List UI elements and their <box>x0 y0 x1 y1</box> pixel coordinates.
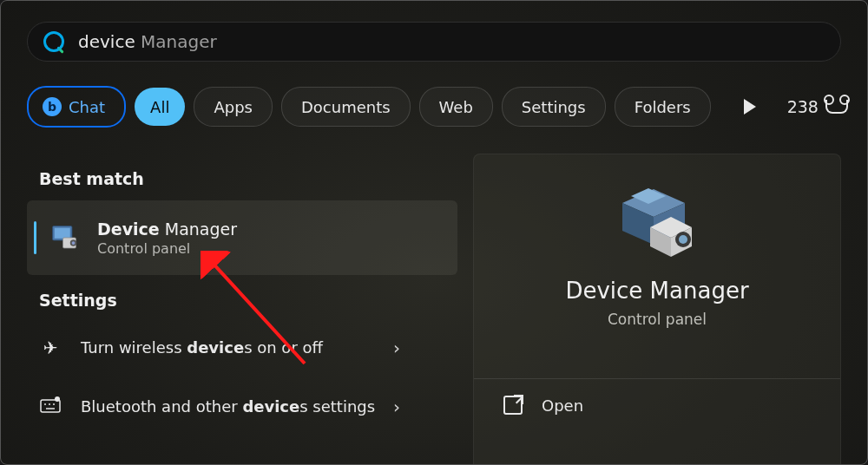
chevron-right-icon: › <box>393 396 400 417</box>
selection-accent <box>34 221 36 254</box>
search-bar[interactable]: device Manager <box>27 22 841 62</box>
result-subtitle: Control panel <box>97 240 237 257</box>
results-column: Best match Device Manager Control panel … <box>27 154 457 433</box>
filter-all[interactable]: All <box>135 88 185 126</box>
search-typed-text: device <box>78 31 135 52</box>
rewards-points: 238 <box>787 97 819 116</box>
setting-item-wireless[interactable]: ✈︎ Turn wireless devices on or off › <box>27 322 457 374</box>
setting-label: Turn wireless devices on or off <box>81 337 393 357</box>
section-best-match: Best match <box>39 169 457 188</box>
open-label: Open <box>542 396 583 415</box>
airplane-icon: ✈︎ <box>39 337 62 358</box>
play-icon[interactable] <box>744 99 756 115</box>
bing-icon <box>43 97 62 116</box>
filter-folders[interactable]: Folders <box>615 87 711 127</box>
svg-point-19 <box>679 235 687 244</box>
best-match-result[interactable]: Device Manager Control panel <box>27 200 457 275</box>
svg-point-4 <box>72 241 76 245</box>
result-title: Device Manager <box>97 219 237 239</box>
open-button[interactable]: Open <box>474 378 840 431</box>
detail-title: Device Manager <box>565 278 748 304</box>
svg-rect-1 <box>55 228 70 239</box>
filter-settings[interactable]: Settings <box>502 87 606 127</box>
filter-documents[interactable]: Documents <box>281 87 411 127</box>
search-icon <box>43 31 64 52</box>
filter-row: Chat All Apps Documents Web Settings Fol… <box>27 86 841 128</box>
detail-panel: Device Manager Control panel Open <box>473 154 841 464</box>
svg-rect-5 <box>41 400 60 412</box>
keyboard-icon <box>39 396 62 418</box>
chevron-right-icon: › <box>393 337 400 358</box>
detail-subtitle: Control panel <box>608 311 707 328</box>
device-manager-large-icon <box>615 186 699 259</box>
medal-icon <box>825 100 848 114</box>
chat-label: Chat <box>69 98 105 116</box>
search-suggestion-text: Manager <box>135 31 217 52</box>
result-titles: Device Manager Control panel <box>97 219 237 257</box>
filter-web[interactable]: Web <box>419 87 493 127</box>
launch-icon <box>503 396 523 415</box>
setting-label: Bluetooth and other devices settings <box>81 396 393 416</box>
rewards-indicator[interactable]: 238 <box>787 97 848 116</box>
filter-apps[interactable]: Apps <box>194 87 273 127</box>
section-settings: Settings <box>39 291 457 310</box>
svg-point-10 <box>55 396 60 402</box>
device-manager-icon <box>49 222 80 253</box>
chat-button[interactable]: Chat <box>27 86 126 128</box>
search-input[interactable]: device Manager <box>78 31 217 52</box>
setting-item-bluetooth[interactable]: Bluetooth and other devices settings › <box>27 381 457 433</box>
